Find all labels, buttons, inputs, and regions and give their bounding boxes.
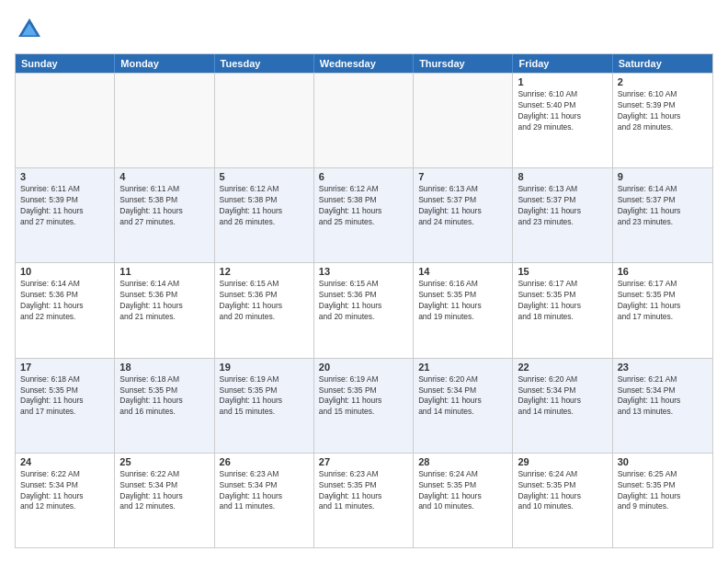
calendar-cell-9: 9Sunrise: 6:14 AM Sunset: 5:37 PM Daylig… — [613, 168, 712, 262]
weekday-header-sunday: Sunday — [16, 54, 115, 73]
day-number: 16 — [618, 266, 708, 277]
day-number: 18 — [119, 362, 209, 373]
cell-info: Sunrise: 6:22 AM Sunset: 5:34 PM Dayligh… — [20, 469, 109, 513]
cell-info: Sunrise: 6:25 AM Sunset: 5:35 PM Dayligh… — [618, 469, 708, 513]
day-number: 23 — [618, 362, 708, 373]
calendar-cell-24: 24Sunrise: 6:22 AM Sunset: 5:34 PM Dayli… — [16, 454, 115, 547]
calendar-cell-15: 15Sunrise: 6:17 AM Sunset: 5:35 PM Dayli… — [513, 263, 612, 357]
calendar-cell-25: 25Sunrise: 6:22 AM Sunset: 5:34 PM Dayli… — [115, 454, 214, 547]
calendar-cell-23: 23Sunrise: 6:21 AM Sunset: 5:34 PM Dayli… — [613, 359, 712, 453]
calendar-cell-22: 22Sunrise: 6:20 AM Sunset: 5:34 PM Dayli… — [513, 359, 612, 453]
cell-info: Sunrise: 6:16 AM Sunset: 5:35 PM Dayligh… — [418, 279, 507, 323]
cell-info: Sunrise: 6:22 AM Sunset: 5:34 PM Dayligh… — [119, 469, 209, 513]
cell-info: Sunrise: 6:14 AM Sunset: 5:37 PM Dayligh… — [618, 184, 708, 228]
weekday-header-saturday: Saturday — [613, 54, 712, 73]
page: SundayMondayTuesdayWednesdayThursdayFrid… — [0, 0, 728, 563]
calendar-row-4: 24Sunrise: 6:22 AM Sunset: 5:34 PM Dayli… — [16, 453, 712, 547]
calendar-cell-empty-3 — [314, 74, 414, 167]
day-number: 27 — [319, 456, 408, 467]
cell-info: Sunrise: 6:20 AM Sunset: 5:34 PM Dayligh… — [518, 374, 607, 419]
calendar-cell-12: 12Sunrise: 6:15 AM Sunset: 5:36 PM Dayli… — [215, 263, 314, 357]
calendar-cell-27: 27Sunrise: 6:23 AM Sunset: 5:35 PM Dayli… — [314, 454, 414, 547]
cell-info: Sunrise: 6:23 AM Sunset: 5:34 PM Dayligh… — [220, 469, 309, 513]
day-number: 22 — [518, 362, 607, 373]
calendar-cell-17: 17Sunrise: 6:18 AM Sunset: 5:35 PM Dayli… — [16, 359, 115, 453]
cell-info: Sunrise: 6:23 AM Sunset: 5:35 PM Dayligh… — [319, 469, 408, 513]
cell-info: Sunrise: 6:24 AM Sunset: 5:35 PM Dayligh… — [518, 469, 607, 513]
day-number: 29 — [518, 456, 607, 467]
cell-info: Sunrise: 6:21 AM Sunset: 5:34 PM Dayligh… — [618, 374, 708, 419]
day-number: 28 — [418, 456, 507, 467]
cell-info: Sunrise: 6:20 AM Sunset: 5:34 PM Dayligh… — [418, 374, 507, 419]
day-number: 9 — [618, 171, 708, 182]
calendar-row-2: 10Sunrise: 6:14 AM Sunset: 5:36 PM Dayli… — [16, 262, 712, 357]
cell-info: Sunrise: 6:17 AM Sunset: 5:35 PM Dayligh… — [518, 279, 607, 323]
calendar-cell-empty-4 — [414, 74, 513, 167]
cell-info: Sunrise: 6:18 AM Sunset: 5:35 PM Dayligh… — [20, 374, 109, 419]
calendar-cell-16: 16Sunrise: 6:17 AM Sunset: 5:35 PM Dayli… — [613, 263, 712, 357]
day-number: 6 — [319, 171, 408, 182]
day-number: 15 — [518, 266, 607, 277]
calendar-header: SundayMondayTuesdayWednesdayThursdayFrid… — [16, 54, 712, 73]
cell-info: Sunrise: 6:15 AM Sunset: 5:36 PM Dayligh… — [220, 279, 309, 323]
cell-info: Sunrise: 6:19 AM Sunset: 5:35 PM Dayligh… — [319, 374, 408, 419]
calendar-cell-empty-2 — [215, 74, 314, 167]
day-number: 26 — [220, 456, 309, 467]
day-number: 7 — [418, 171, 507, 182]
calendar-cell-10: 10Sunrise: 6:14 AM Sunset: 5:36 PM Dayli… — [16, 263, 115, 357]
day-number: 2 — [618, 76, 708, 87]
cell-info: Sunrise: 6:11 AM Sunset: 5:39 PM Dayligh… — [20, 184, 109, 228]
day-number: 21 — [418, 362, 507, 373]
cell-info: Sunrise: 6:14 AM Sunset: 5:36 PM Dayligh… — [119, 279, 209, 323]
cell-info: Sunrise: 6:10 AM Sunset: 5:40 PM Dayligh… — [518, 89, 607, 133]
calendar: SundayMondayTuesdayWednesdayThursdayFrid… — [15, 53, 713, 548]
day-number: 11 — [119, 266, 209, 277]
calendar-row-1: 3Sunrise: 6:11 AM Sunset: 5:39 PM Daylig… — [16, 167, 712, 262]
calendar-cell-29: 29Sunrise: 6:24 AM Sunset: 5:35 PM Dayli… — [513, 454, 612, 547]
calendar-cell-18: 18Sunrise: 6:18 AM Sunset: 5:35 PM Dayli… — [115, 359, 214, 453]
logo-icon — [15, 15, 44, 44]
calendar-cell-empty-1 — [115, 74, 214, 167]
calendar-cell-1: 1Sunrise: 6:10 AM Sunset: 5:40 PM Daylig… — [513, 74, 612, 167]
day-number: 19 — [220, 362, 309, 373]
cell-info: Sunrise: 6:14 AM Sunset: 5:36 PM Dayligh… — [20, 279, 109, 323]
calendar-cell-30: 30Sunrise: 6:25 AM Sunset: 5:35 PM Dayli… — [613, 454, 712, 547]
calendar-cell-20: 20Sunrise: 6:19 AM Sunset: 5:35 PM Dayli… — [314, 359, 414, 453]
calendar-body: 1Sunrise: 6:10 AM Sunset: 5:40 PM Daylig… — [16, 73, 712, 547]
calendar-cell-7: 7Sunrise: 6:13 AM Sunset: 5:37 PM Daylig… — [414, 168, 513, 262]
calendar-cell-3: 3Sunrise: 6:11 AM Sunset: 5:39 PM Daylig… — [16, 168, 115, 262]
weekday-header-wednesday: Wednesday — [314, 54, 414, 73]
calendar-cell-14: 14Sunrise: 6:16 AM Sunset: 5:35 PM Dayli… — [414, 263, 513, 357]
calendar-cell-2: 2Sunrise: 6:10 AM Sunset: 5:39 PM Daylig… — [613, 74, 712, 167]
day-number: 10 — [20, 266, 109, 277]
cell-info: Sunrise: 6:12 AM Sunset: 5:38 PM Dayligh… — [319, 184, 408, 228]
day-number: 30 — [618, 456, 708, 467]
day-number: 12 — [220, 266, 309, 277]
cell-info: Sunrise: 6:10 AM Sunset: 5:39 PM Dayligh… — [618, 89, 708, 133]
calendar-row-0: 1Sunrise: 6:10 AM Sunset: 5:40 PM Daylig… — [16, 73, 712, 167]
calendar-cell-4: 4Sunrise: 6:11 AM Sunset: 5:38 PM Daylig… — [115, 168, 214, 262]
cell-info: Sunrise: 6:15 AM Sunset: 5:36 PM Dayligh… — [319, 279, 408, 323]
calendar-cell-5: 5Sunrise: 6:12 AM Sunset: 5:38 PM Daylig… — [215, 168, 314, 262]
cell-info: Sunrise: 6:18 AM Sunset: 5:35 PM Dayligh… — [119, 374, 209, 419]
day-number: 24 — [20, 456, 109, 467]
day-number: 8 — [518, 171, 607, 182]
cell-info: Sunrise: 6:13 AM Sunset: 5:37 PM Dayligh… — [418, 184, 507, 228]
cell-info: Sunrise: 6:11 AM Sunset: 5:38 PM Dayligh… — [119, 184, 209, 228]
weekday-header-friday: Friday — [513, 54, 612, 73]
calendar-cell-21: 21Sunrise: 6:20 AM Sunset: 5:34 PM Dayli… — [414, 359, 513, 453]
logo — [15, 15, 48, 44]
day-number: 14 — [418, 266, 507, 277]
weekday-header-thursday: Thursday — [414, 54, 513, 73]
cell-info: Sunrise: 6:12 AM Sunset: 5:38 PM Dayligh… — [220, 184, 309, 228]
calendar-cell-11: 11Sunrise: 6:14 AM Sunset: 5:36 PM Dayli… — [115, 263, 214, 357]
calendar-cell-19: 19Sunrise: 6:19 AM Sunset: 5:35 PM Dayli… — [215, 359, 314, 453]
calendar-cell-13: 13Sunrise: 6:15 AM Sunset: 5:36 PM Dayli… — [314, 263, 414, 357]
day-number: 13 — [319, 266, 408, 277]
header — [15, 15, 713, 44]
day-number: 25 — [119, 456, 209, 467]
day-number: 3 — [20, 171, 109, 182]
calendar-cell-26: 26Sunrise: 6:23 AM Sunset: 5:34 PM Dayli… — [215, 454, 314, 547]
weekday-header-monday: Monday — [115, 54, 214, 73]
cell-info: Sunrise: 6:24 AM Sunset: 5:35 PM Dayligh… — [418, 469, 507, 513]
